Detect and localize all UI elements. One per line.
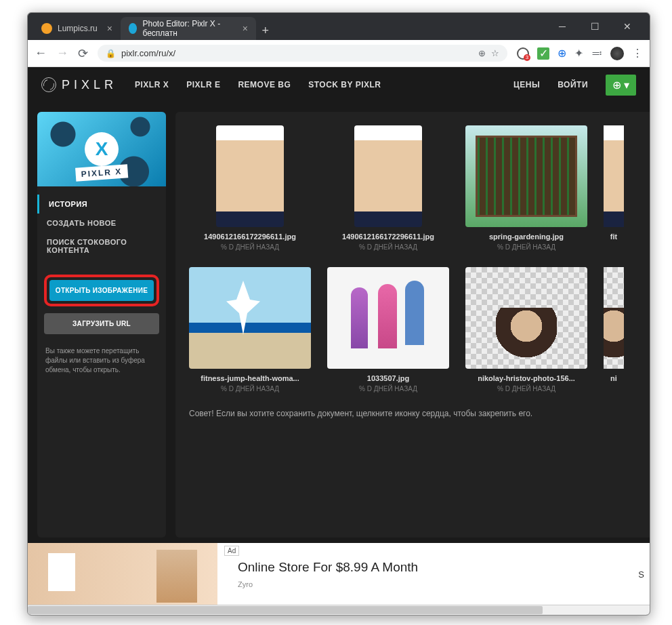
maximize-icon[interactable]: ☐: [585, 16, 605, 37]
brand-text: PIXLR: [62, 78, 117, 92]
image-card[interactable]: 1033507.jpg % D ДНЕЙ НАЗАД: [327, 267, 449, 392]
pixlr-x-label: PIXLR X: [75, 164, 128, 181]
thumbnail: [327, 267, 449, 369]
nav-login[interactable]: ВОЙТИ: [558, 80, 588, 89]
scrollbar-thumb[interactable]: [28, 606, 543, 614]
nav-remove-bg[interactable]: REMOVE BG: [238, 80, 291, 89]
card-title: spring-gardening.jpg: [489, 233, 564, 241]
menu-history[interactable]: ИСТОРИЯ: [37, 195, 166, 214]
reload-icon[interactable]: ⟳: [78, 46, 88, 61]
card-title: 1033507.jpg: [367, 374, 409, 382]
window-controls: ─ ☐ ✕: [552, 16, 644, 37]
nav-pixlr-e[interactable]: PIXLR E: [186, 80, 220, 89]
image-card[interactable]: ni: [604, 267, 624, 392]
card-title: fitness-jump-health-woma...: [201, 374, 299, 382]
ad-subtitle: Zyro: [238, 580, 638, 588]
site-nav: PIXLR PIXLR X PIXLR E REMOVE BG STOCK BY…: [28, 67, 650, 102]
nav-stock[interactable]: STOCK BY PIXLR: [308, 80, 381, 89]
sidebar: X PIXLR X ИСТОРИЯ СОЗДАТЬ НОВОЕ ПОИСК СТ…: [37, 112, 166, 538]
ad-text: Online Store For $8.99 A Month Zyro: [217, 560, 638, 588]
extension-badge-icon[interactable]: [517, 47, 529, 60]
ad-image: [28, 543, 217, 605]
close-window-icon[interactable]: ✕: [617, 16, 637, 37]
thumbnail: [189, 267, 311, 369]
nav-pixlr-x[interactable]: PIXLR X: [135, 80, 169, 89]
globe-icon: ⊕: [612, 79, 621, 92]
extensions-icon[interactable]: ✦: [574, 47, 583, 60]
horizontal-scrollbar[interactable]: [28, 605, 650, 615]
address-bar: ← → ⟳ 🔒 pixlr.com/ru/x/ ⊕ ☆ ✓ ⊕ ✦ ≕ ⋮: [28, 40, 650, 67]
language-button[interactable]: ⊕ ▾: [606, 75, 636, 96]
tab-lumpics[interactable]: Lumpics.ru ×: [33, 17, 121, 40]
card-subtitle: % D ДНЕЙ НАЗАД: [359, 243, 417, 251]
search-in-page-icon[interactable]: ⊕: [478, 48, 486, 58]
tab-strip: Lumpics.ru × Photo Editor: Pixlr X - бес…: [33, 13, 275, 40]
card-title: nikolay-hristov-photo-156...: [478, 374, 575, 382]
image-grid: 1490612166172296611.jpg % D ДНЕЙ НАЗАД 1…: [189, 125, 636, 392]
aperture-icon: [41, 77, 56, 92]
body-area: X PIXLR X ИСТОРИЯ СОЗДАТЬ НОВОЕ ПОИСК СТ…: [28, 102, 650, 547]
ad-banner[interactable]: Ad Online Store For $8.99 A Month Zyro S: [28, 543, 650, 605]
browser-window: Lumpics.ru × Photo Editor: Pixlr X - бес…: [27, 12, 650, 616]
card-title: 1490612166172296611.jpg: [342, 233, 434, 241]
titlebar: Lumpics.ru × Photo Editor: Pixlr X - бес…: [28, 13, 650, 40]
tab-title: Lumpics.ru: [58, 24, 98, 33]
reading-list-icon[interactable]: ≕: [591, 47, 602, 60]
sidebar-menu: ИСТОРИЯ СОЗДАТЬ НОВОЕ ПОИСК СТОКОВОГО КО…: [37, 186, 166, 268]
avatar[interactable]: [610, 47, 624, 60]
card-subtitle: % D ДНЕЙ НАЗАД: [497, 243, 555, 251]
url-field[interactable]: 🔒 pixlr.com/ru/x/ ⊕ ☆: [98, 45, 507, 62]
globe-icon[interactable]: ⊕: [558, 47, 566, 60]
image-card[interactable]: fitness-jump-health-woma... % D ДНЕЙ НАЗ…: [189, 267, 311, 392]
image-card[interactable]: 1490612166172296611.jpg % D ДНЕЙ НАЗАД: [327, 125, 449, 251]
image-card[interactable]: nikolay-hristov-photo-156... % D ДНЕЙ НА…: [465, 267, 587, 392]
page-content: PIXLR PIXLR X PIXLR E REMOVE BG STOCK BY…: [28, 67, 650, 615]
thumbnail: [465, 267, 587, 369]
ad-title: Online Store For $8.99 A Month: [238, 560, 638, 575]
card-title: fit: [610, 233, 617, 241]
close-icon[interactable]: ×: [107, 23, 112, 34]
forward-icon[interactable]: →: [56, 46, 68, 60]
minimize-icon[interactable]: ─: [552, 16, 572, 37]
ad-badge: Ad: [224, 546, 239, 556]
thumbnail: [354, 125, 422, 227]
chevron-down-icon: ▾: [624, 79, 629, 92]
menu-icon[interactable]: ⋮: [632, 47, 643, 60]
sidebar-buttons: ОТКРЫТЬ ИЗОБРАЖЕНИЕ ЗАГРУЗИТЬ URL: [37, 268, 166, 341]
thumbnail: [465, 125, 587, 227]
favicon-pixlr: [129, 23, 138, 34]
card-subtitle: % D ДНЕЙ НАЗАД: [497, 385, 555, 392]
highlight-annotation: ОТКРЫТЬ ИЗОБРАЖЕНИЕ: [44, 275, 159, 306]
main-panel: 1490612166172296611.jpg % D ДНЕЙ НАЗАД 1…: [175, 112, 650, 538]
new-tab-button[interactable]: +: [256, 21, 275, 40]
load-url-button[interactable]: ЗАГРУЗИТЬ URL: [44, 313, 159, 334]
thumbnail: [604, 125, 624, 227]
image-card[interactable]: fit: [604, 125, 624, 251]
close-icon[interactable]: ×: [243, 23, 248, 34]
menu-create-new[interactable]: СОЗДАТЬ НОВОЕ: [37, 214, 166, 233]
adblock-icon[interactable]: ✓: [537, 47, 549, 60]
image-card[interactable]: 1490612166172296611.jpg % D ДНЕЙ НАЗАД: [189, 125, 311, 251]
thumbnail: [216, 125, 284, 227]
url-text: pixlr.com/ru/x/: [121, 48, 473, 58]
tab-title: Photo Editor: Pixlr X - бесплатн: [142, 19, 232, 38]
tab-pixlr[interactable]: Photo Editor: Pixlr X - бесплатн ×: [121, 17, 256, 40]
ad-cut-text: S: [638, 569, 650, 580]
image-card[interactable]: spring-gardening.jpg % D ДНЕЙ НАЗАД: [465, 125, 587, 251]
card-title: ni: [610, 374, 617, 382]
lock-icon: 🔒: [106, 49, 116, 58]
favicon-lumpics: [41, 23, 52, 34]
card-subtitle: % D ДНЕЙ НАЗАД: [221, 243, 279, 251]
pixlr-logo[interactable]: PIXLR: [41, 77, 117, 92]
tip-text: Совет! Если вы хотите сохранить документ…: [189, 409, 636, 418]
sidebar-hero: X PIXLR X: [37, 112, 166, 186]
card-subtitle: % D ДНЕЙ НАЗАД: [359, 385, 417, 392]
menu-stock-search[interactable]: ПОИСК СТОКОВОГО КОНТЕНТА: [37, 233, 166, 260]
card-subtitle: % D ДНЕЙ НАЗАД: [221, 385, 279, 392]
back-icon[interactable]: ←: [35, 46, 47, 60]
thumbnail: [604, 267, 624, 369]
nav-pricing[interactable]: ЦЕНЫ: [513, 80, 540, 89]
card-title: 1490612166172296611.jpg: [204, 233, 296, 241]
star-icon[interactable]: ☆: [491, 48, 499, 58]
open-image-button[interactable]: ОТКРЫТЬ ИЗОБРАЖЕНИЕ: [49, 280, 154, 301]
